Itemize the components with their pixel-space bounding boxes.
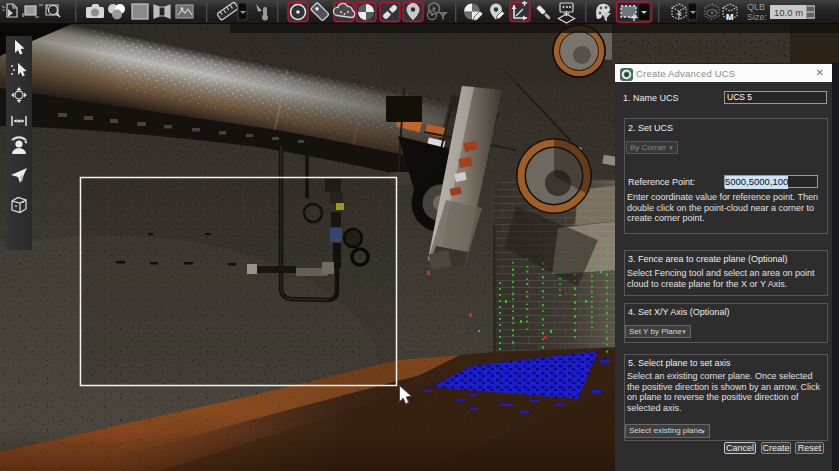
svg-text:QLB: QLB	[747, 2, 765, 12]
svg-text:M: M	[726, 12, 734, 22]
svg-text:10.0 m: 10.0 m	[774, 7, 803, 18]
svg-text:Size:: Size:	[747, 12, 767, 22]
